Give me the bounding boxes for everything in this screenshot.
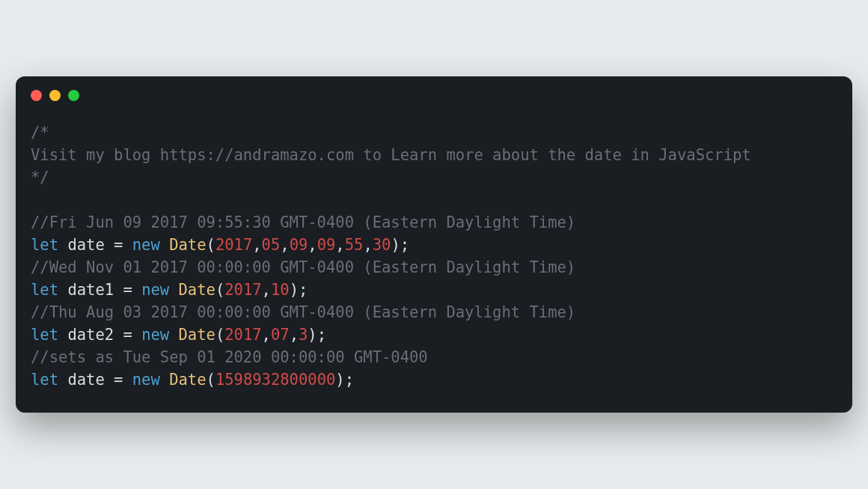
keyword-let: let <box>31 281 58 299</box>
class-name: Date <box>169 371 206 389</box>
identifier: date2 <box>67 326 114 344</box>
minimize-icon[interactable] <box>49 90 61 101</box>
assign: = <box>114 281 141 299</box>
paren-close: ); <box>391 236 409 254</box>
code-editor-window: /* Visit my blog https://andramazo.com t… <box>16 76 852 412</box>
identifier: date <box>67 236 104 254</box>
titlebar <box>16 76 852 109</box>
block-comment-open: /* <box>31 124 49 142</box>
space <box>160 371 169 389</box>
paren-close: ); <box>335 371 354 389</box>
paren-open: ( <box>207 371 216 389</box>
number-literal: 3 <box>299 326 308 344</box>
line-comment: //sets as Tue Sep 01 2020 00:00:00 GMT-0… <box>31 348 428 366</box>
keyword-new: new <box>141 281 169 299</box>
zoom-icon[interactable] <box>68 90 79 101</box>
comma: , <box>262 326 271 344</box>
keyword-new: new <box>132 371 160 389</box>
number-literal: 55 <box>345 236 364 254</box>
paren-open: ( <box>207 236 216 254</box>
number-literal: 05 <box>262 236 281 254</box>
space <box>160 236 169 254</box>
identifier: date1 <box>67 281 114 299</box>
keyword-new: new <box>132 236 160 254</box>
code-area: /* Visit my blog https://andramazo.com t… <box>16 109 852 412</box>
comma: , <box>363 236 372 254</box>
assign: = <box>105 236 132 254</box>
keyword-let: let <box>31 236 58 254</box>
line-comment: //Wed Nov 01 2017 00:00:00 GMT-0400 (Eas… <box>31 258 575 276</box>
number-literal: 09 <box>290 236 308 254</box>
number-literal: 1598932800000 <box>216 371 335 389</box>
paren-close: ); <box>290 281 308 299</box>
assign: = <box>105 371 132 389</box>
comma: , <box>335 236 344 254</box>
number-literal: 09 <box>317 236 336 254</box>
keyword-let: let <box>31 326 58 344</box>
class-name: Date <box>179 326 216 344</box>
comma: , <box>262 281 271 299</box>
close-icon[interactable] <box>31 90 42 101</box>
paren-close: ); <box>308 326 326 344</box>
number-literal: 07 <box>271 326 290 344</box>
comma: , <box>280 236 289 254</box>
class-name: Date <box>179 281 216 299</box>
comma: , <box>290 326 299 344</box>
keyword-new: new <box>141 326 169 344</box>
block-comment-body: Visit my blog https://andramazo.com to L… <box>31 146 751 164</box>
line-comment: //Thu Aug 03 2017 00:00:00 GMT-0400 (Eas… <box>31 303 575 321</box>
number-literal: 10 <box>271 281 290 299</box>
number-literal: 2017 <box>224 326 261 344</box>
identifier: date <box>67 371 104 389</box>
number-literal: 2017 <box>216 236 252 254</box>
block-comment-close: */ <box>31 168 49 186</box>
space <box>169 281 178 299</box>
class-name: Date <box>169 236 206 254</box>
assign: = <box>114 326 141 344</box>
line-comment: //Fri Jun 09 2017 09:55:30 GMT-0400 (Eas… <box>31 213 575 231</box>
space <box>169 326 178 344</box>
paren-open: ( <box>216 281 224 299</box>
number-literal: 30 <box>373 236 391 254</box>
paren-open: ( <box>216 326 224 344</box>
comma: , <box>252 236 261 254</box>
number-literal: 2017 <box>224 281 261 299</box>
comma: , <box>308 236 317 254</box>
keyword-let: let <box>31 371 58 389</box>
